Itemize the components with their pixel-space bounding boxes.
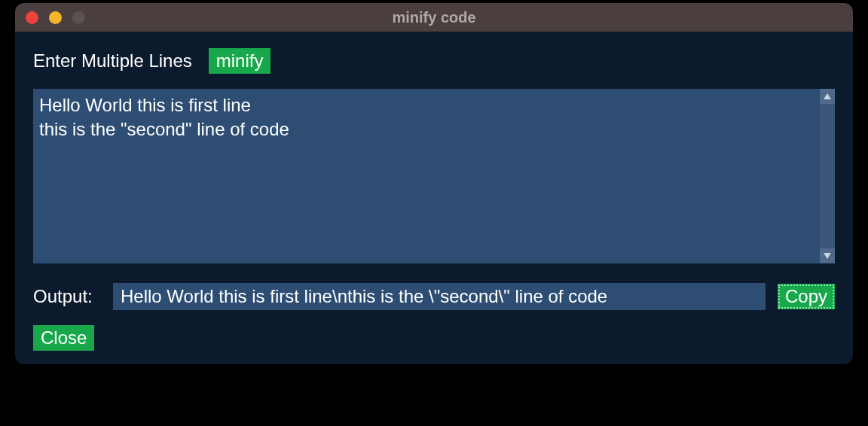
input-label: Enter Multiple Lines: [33, 50, 192, 72]
footer-row: Close: [33, 325, 835, 351]
app-window: minify code Enter Multiple Lines minify …: [15, 3, 853, 364]
chevron-up-icon: [823, 93, 832, 100]
output-field[interactable]: [113, 283, 766, 310]
copy-button[interactable]: Copy: [778, 284, 835, 309]
output-row: Output: Copy: [33, 283, 835, 310]
output-label: Output:: [33, 286, 101, 307]
svg-marker-0: [824, 93, 831, 99]
window-title: minify code: [392, 9, 475, 26]
chevron-down-icon: [823, 252, 832, 260]
close-window-icon[interactable]: [26, 11, 38, 24]
minimize-window-icon[interactable]: [49, 11, 62, 24]
close-button[interactable]: Close: [33, 325, 94, 351]
scroll-down-button[interactable]: [820, 248, 835, 263]
scrollbar[interactable]: [820, 89, 835, 263]
traffic-lights: [26, 11, 85, 24]
minify-button[interactable]: minify: [209, 48, 271, 74]
svg-marker-1: [824, 253, 831, 259]
titlebar: minify code: [15, 3, 853, 32]
scroll-up-button[interactable]: [820, 89, 835, 104]
content-area: Enter Multiple Lines minify Output: Copy…: [15, 32, 853, 364]
code-input[interactable]: [33, 89, 820, 263]
maximize-window-icon[interactable]: [72, 11, 85, 24]
input-container: [33, 89, 835, 263]
header-row: Enter Multiple Lines minify: [33, 48, 835, 74]
